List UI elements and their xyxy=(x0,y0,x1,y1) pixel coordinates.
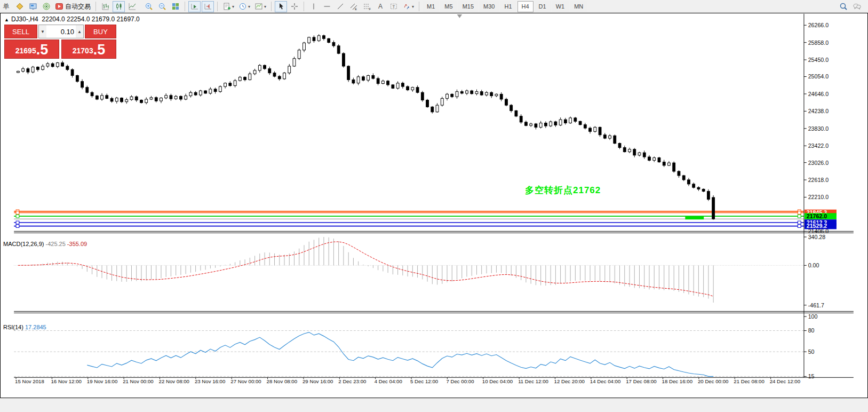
candle-body xyxy=(185,96,187,99)
candle-body xyxy=(194,92,197,95)
fibonacci-button[interactable]: F xyxy=(361,1,373,12)
candle-body xyxy=(17,72,19,73)
timeframe-h4-button[interactable]: H4 xyxy=(517,1,533,12)
price-axis-label: 22618.0 xyxy=(808,177,829,183)
chart-shift-button[interactable] xyxy=(202,1,214,12)
line-handle-left[interactable] xyxy=(16,211,19,215)
chat-button[interactable] xyxy=(850,1,863,12)
chart-canvas[interactable]: 26266.025858.025450.025054.024646.024238… xyxy=(0,13,868,398)
time-axis-label: 10 Dec 04:00 xyxy=(482,378,513,384)
timeframe-d1-button[interactable]: D1 xyxy=(535,1,551,12)
green-highlight-marker[interactable] xyxy=(685,216,704,219)
buy-button[interactable]: BUY xyxy=(85,25,116,38)
candle-body xyxy=(431,107,434,112)
signal-button[interactable] xyxy=(40,1,52,12)
templates-button[interactable]: ▾ xyxy=(253,1,268,12)
candle-body xyxy=(170,96,172,99)
rsi-value: 17.2845 xyxy=(25,324,46,330)
time-axis-label: 20 Dec 00:00 xyxy=(698,378,728,384)
indicators-button[interactable]: ▾ xyxy=(221,1,236,12)
candle-body xyxy=(125,100,128,102)
sell-price[interactable]: 21695.5 xyxy=(4,39,59,59)
new-order-button[interactable]: 单 xyxy=(0,1,12,12)
candlestick-button[interactable] xyxy=(113,1,125,12)
candle-body xyxy=(150,98,153,99)
toolbar-separator xyxy=(95,2,96,11)
volume-decrease-button[interactable]: ▼ xyxy=(39,25,46,38)
sell-button[interactable]: SELL xyxy=(4,25,37,38)
candle-body xyxy=(317,36,320,41)
buy-price[interactable]: 21703.5 xyxy=(61,39,116,59)
macd-axis-label: -461.7 xyxy=(808,302,824,308)
candle-body xyxy=(490,92,493,96)
label-button[interactable]: T xyxy=(387,1,400,12)
time-axis-label: 22 Nov 08:00 xyxy=(159,378,189,384)
volume-input[interactable] xyxy=(46,25,76,38)
bar-chart-button[interactable] xyxy=(99,1,112,12)
candle-body xyxy=(81,82,84,88)
candle-body xyxy=(475,92,478,94)
periods-button[interactable]: ▾ xyxy=(237,1,252,12)
mt4-window: 单自动交易▾▾▾EFAT▾M1M5M15M30H1H4D1W1MN 26266.… xyxy=(0,0,868,412)
autotrading-button[interactable]: 自动交易 xyxy=(53,1,92,12)
candle-body xyxy=(579,121,582,124)
candle-body xyxy=(648,157,651,160)
timeframe-m1-button[interactable]: M1 xyxy=(423,1,439,12)
arrows-button[interactable]: ▾ xyxy=(401,1,416,12)
line-handle-right[interactable] xyxy=(798,215,801,218)
line-handle-left[interactable] xyxy=(16,225,19,228)
candle-body xyxy=(441,98,443,105)
candle-body xyxy=(249,74,251,80)
candle-body xyxy=(332,42,335,45)
zoom-out-button[interactable] xyxy=(156,1,168,12)
channel-button[interactable]: E xyxy=(347,1,360,12)
toolbar-separator xyxy=(217,2,218,11)
candle-body xyxy=(323,36,325,39)
hline-button[interactable] xyxy=(321,1,333,12)
line-handle-right[interactable] xyxy=(798,225,801,228)
market-watch-button[interactable] xyxy=(27,1,39,12)
candle-body xyxy=(337,46,340,53)
line-chart-button[interactable] xyxy=(126,1,138,12)
trendline-button[interactable] xyxy=(334,1,346,12)
macd-main-value: -425.25 xyxy=(45,241,65,247)
turning-point-annotation[interactable]: 多空转折点21762 xyxy=(525,184,601,196)
candle-body xyxy=(264,65,266,68)
volume-increase-button[interactable]: ▲ xyxy=(76,25,83,38)
text-button[interactable]: A xyxy=(374,1,386,12)
search-button[interactable] xyxy=(837,1,849,12)
crosshair-button[interactable] xyxy=(288,1,300,12)
one-click-trading-panel: SELL ▼ ▲ BUY 21695.5 21703.5 xyxy=(4,25,116,59)
time-axis-label: 28 Nov 08:00 xyxy=(267,378,297,384)
timeframe-m15-button[interactable]: M15 xyxy=(458,1,478,12)
sell-price-big: .5 xyxy=(36,43,49,57)
candle-body xyxy=(495,94,498,96)
line-handle-right[interactable] xyxy=(798,221,801,224)
line-handle-left[interactable] xyxy=(16,215,19,218)
candle-body xyxy=(352,80,355,83)
symbol-period-label: DJ30-,H4 xyxy=(11,15,38,23)
time-axis-label: 18 Dec 16:00 xyxy=(662,378,692,384)
zoom-in-button[interactable] xyxy=(142,1,155,12)
line-handle-right[interactable] xyxy=(798,211,801,215)
auto-scroll-button[interactable] xyxy=(188,1,201,12)
timeframe-w1-button[interactable]: W1 xyxy=(552,1,569,12)
text-icon: A xyxy=(376,2,385,11)
svg-text:T: T xyxy=(392,4,395,9)
candle-body xyxy=(544,123,547,126)
candle-body xyxy=(145,99,148,102)
collapse-icon[interactable]: ▲ xyxy=(4,17,9,22)
timeframe-h1-button[interactable]: H1 xyxy=(500,1,516,12)
tile-windows-button[interactable] xyxy=(169,1,181,12)
cursor-button[interactable] xyxy=(275,1,287,12)
timeframe-mn-button[interactable]: MN xyxy=(570,1,587,12)
line-handle-left[interactable] xyxy=(16,221,19,224)
vline-button[interactable] xyxy=(307,1,320,12)
new-order-button[interactable] xyxy=(13,1,26,12)
timeframe-m30-button[interactable]: M30 xyxy=(479,1,499,12)
candle-body xyxy=(436,105,439,112)
candle-body xyxy=(293,59,296,66)
timeframe-m5-button[interactable]: M5 xyxy=(440,1,457,12)
cursor-icon xyxy=(277,2,285,11)
arrows-icon xyxy=(402,2,411,11)
